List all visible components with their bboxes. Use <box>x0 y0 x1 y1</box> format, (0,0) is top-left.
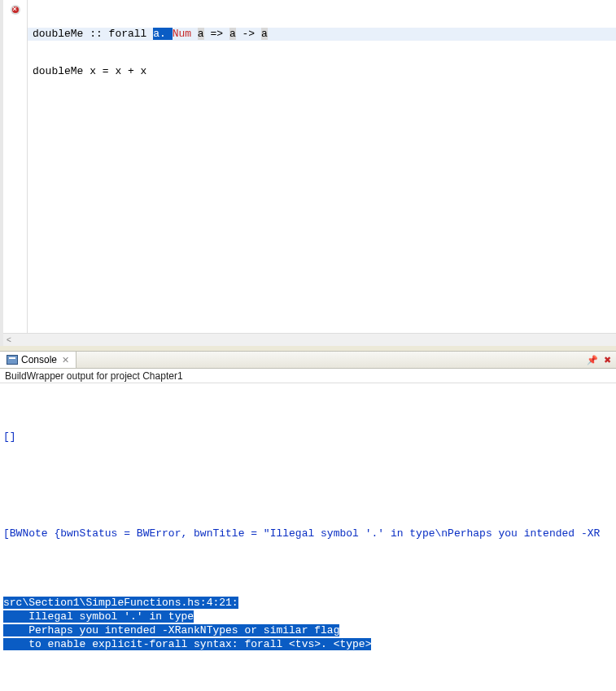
close-icon[interactable]: ✕ <box>62 355 69 365</box>
gutter <box>3 0 28 333</box>
console-selection: to enable explicit-forall syntax: forall… <box>3 638 371 650</box>
code-text: => <box>204 28 229 40</box>
editor-pane: doubleMe :: forall a. Num a => a -> a do… <box>0 0 616 346</box>
view-tabbar: Console ✕ 📌 ✖ <box>0 351 616 369</box>
type-var: a <box>198 28 204 40</box>
console-line: [] <box>3 431 16 443</box>
selection: a. <box>153 28 172 40</box>
console-title: BuildWrapper output for project Chapter1 <box>5 370 183 382</box>
tab-console[interactable]: Console ✕ <box>0 352 76 368</box>
console-icon <box>7 355 18 365</box>
pin-icon[interactable]: 📌 <box>587 354 598 365</box>
code-text: doubleMe x = x + x <box>33 65 146 77</box>
console-header: BuildWrapper output for project Chapter1 <box>0 369 616 383</box>
tabbar-tools: 📌 ✖ <box>587 352 616 368</box>
console-selection: src\Section1\SimpleFunctions.hs:4:21: <box>3 597 238 609</box>
gutter-row <box>3 16 27 29</box>
type-class: Num <box>173 28 191 40</box>
code-text <box>191 28 198 40</box>
scroll-left-icon[interactable]: < <box>7 335 11 344</box>
gutter-row[interactable] <box>3 3 27 16</box>
code-body: doubleMe :: forall a. Num a => a -> a do… <box>3 0 616 333</box>
tab-label: Console <box>21 354 57 365</box>
horizontal-scrollbar[interactable]: < <box>3 333 616 346</box>
console-output[interactable]: [] [BWNote {bwnStatus = BWError, bwnTitl… <box>0 383 616 691</box>
remove-icon[interactable]: ✖ <box>601 354 613 365</box>
type-var: a <box>261 28 268 40</box>
console-selection: Perhaps you intended -XRankNTypes or sim… <box>3 624 339 636</box>
code-text: doubleMe :: forall <box>33 28 153 40</box>
error-icon[interactable] <box>11 5 20 15</box>
code-lines[interactable]: doubleMe :: forall a. Num a => a -> a do… <box>28 0 616 333</box>
console-selection: Illegal symbol '.' in type <box>3 610 194 623</box>
code-line[interactable]: doubleMe x = x + x <box>28 65 616 78</box>
code-text: -> <box>236 28 261 40</box>
console-line: [BWNote {bwnStatus = BWError, bwnTitle =… <box>3 527 600 540</box>
code-line[interactable]: doubleMe :: forall a. Num a => a -> a <box>28 28 616 41</box>
type-var: a <box>229 28 236 40</box>
